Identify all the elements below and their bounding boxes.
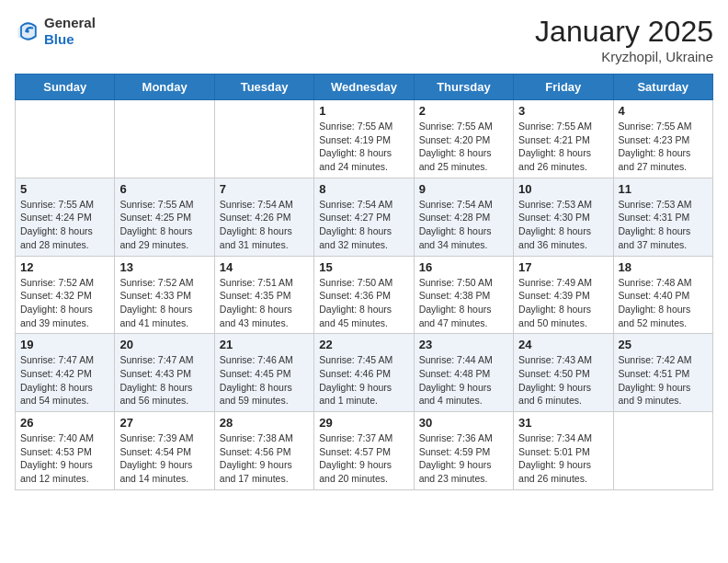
day-number: 10 bbox=[518, 182, 608, 196]
day-number: 20 bbox=[119, 338, 209, 351]
day-number: 11 bbox=[619, 182, 708, 196]
calendar-cell: 12Sunrise: 7:52 AM Sunset: 4:32 PM Dayli… bbox=[16, 256, 115, 334]
day-info: Sunrise: 7:45 AM Sunset: 4:46 PM Dayligh… bbox=[319, 353, 408, 408]
calendar-cell bbox=[613, 412, 712, 490]
svg-point-1 bbox=[26, 29, 29, 33]
calendar-cell: 29Sunrise: 7:37 AM Sunset: 4:57 PM Dayli… bbox=[314, 412, 414, 490]
day-info: Sunrise: 7:44 AM Sunset: 4:48 PM Dayligh… bbox=[419, 353, 508, 408]
day-number: 26 bbox=[20, 416, 109, 430]
calendar-cell: 15Sunrise: 7:50 AM Sunset: 4:36 PM Dayli… bbox=[314, 256, 414, 334]
day-info: Sunrise: 7:40 AM Sunset: 4:53 PM Dayligh… bbox=[20, 431, 109, 486]
day-info: Sunrise: 7:54 AM Sunset: 4:28 PM Dayligh… bbox=[419, 198, 508, 252]
day-info: Sunrise: 7:55 AM Sunset: 4:23 PM Dayligh… bbox=[619, 120, 708, 174]
month-title: January 2025 bbox=[535, 15, 713, 49]
day-number: 28 bbox=[220, 416, 309, 430]
calendar-cell: 25Sunrise: 7:42 AM Sunset: 4:51 PM Dayli… bbox=[613, 334, 712, 412]
day-number: 30 bbox=[419, 416, 508, 430]
day-info: Sunrise: 7:39 AM Sunset: 4:54 PM Dayligh… bbox=[119, 431, 209, 486]
calendar-cell bbox=[214, 100, 313, 178]
day-number: 6 bbox=[119, 182, 209, 196]
day-number: 18 bbox=[619, 260, 708, 274]
day-info: Sunrise: 7:53 AM Sunset: 4:31 PM Dayligh… bbox=[619, 198, 708, 252]
day-number: 1 bbox=[319, 104, 408, 118]
calendar-cell: 28Sunrise: 7:38 AM Sunset: 4:56 PM Dayli… bbox=[214, 412, 313, 490]
weekday-header: Tuesday bbox=[214, 75, 313, 100]
calendar-cell: 11Sunrise: 7:53 AM Sunset: 4:31 PM Dayli… bbox=[613, 178, 712, 256]
calendar-cell: 22Sunrise: 7:45 AM Sunset: 4:46 PM Dayli… bbox=[314, 334, 414, 412]
day-info: Sunrise: 7:46 AM Sunset: 4:45 PM Dayligh… bbox=[220, 353, 309, 408]
day-info: Sunrise: 7:54 AM Sunset: 4:27 PM Dayligh… bbox=[319, 198, 408, 252]
day-number: 22 bbox=[319, 338, 408, 351]
day-info: Sunrise: 7:50 AM Sunset: 4:36 PM Dayligh… bbox=[319, 276, 408, 330]
weekday-header: Sunday bbox=[16, 75, 115, 100]
day-info: Sunrise: 7:55 AM Sunset: 4:25 PM Dayligh… bbox=[119, 198, 209, 252]
calendar-cell: 23Sunrise: 7:44 AM Sunset: 4:48 PM Dayli… bbox=[414, 334, 513, 412]
calendar-week-row: 19Sunrise: 7:47 AM Sunset: 4:42 PM Dayli… bbox=[16, 334, 713, 412]
weekday-header: Wednesday bbox=[314, 75, 414, 100]
day-number: 21 bbox=[220, 338, 309, 351]
day-number: 12 bbox=[20, 260, 109, 274]
weekday-header-row: SundayMondayTuesdayWednesdayThursdayFrid… bbox=[16, 75, 713, 100]
day-info: Sunrise: 7:49 AM Sunset: 4:39 PM Dayligh… bbox=[518, 276, 608, 330]
day-info: Sunrise: 7:37 AM Sunset: 4:57 PM Dayligh… bbox=[319, 431, 408, 486]
day-number: 19 bbox=[20, 338, 109, 351]
day-info: Sunrise: 7:53 AM Sunset: 4:30 PM Dayligh… bbox=[518, 198, 608, 252]
day-number: 3 bbox=[518, 104, 608, 118]
day-info: Sunrise: 7:54 AM Sunset: 4:26 PM Dayligh… bbox=[220, 198, 309, 252]
day-number: 15 bbox=[319, 260, 408, 274]
day-info: Sunrise: 7:55 AM Sunset: 4:20 PM Dayligh… bbox=[419, 120, 508, 174]
calendar-cell: 5Sunrise: 7:55 AM Sunset: 4:24 PM Daylig… bbox=[16, 178, 115, 256]
calendar-cell: 17Sunrise: 7:49 AM Sunset: 4:39 PM Dayli… bbox=[514, 256, 613, 334]
logo: General Blue bbox=[15, 15, 96, 48]
calendar-cell: 24Sunrise: 7:43 AM Sunset: 4:50 PM Dayli… bbox=[514, 334, 613, 412]
calendar-cell bbox=[16, 100, 115, 178]
weekday-header: Monday bbox=[115, 75, 214, 100]
calendar-cell: 27Sunrise: 7:39 AM Sunset: 4:54 PM Dayli… bbox=[115, 412, 214, 490]
day-number: 27 bbox=[119, 416, 209, 430]
calendar-cell: 16Sunrise: 7:50 AM Sunset: 4:38 PM Dayli… bbox=[414, 256, 513, 334]
calendar-table: SundayMondayTuesdayWednesdayThursdayFrid… bbox=[15, 74, 713, 490]
calendar-cell: 9Sunrise: 7:54 AM Sunset: 4:28 PM Daylig… bbox=[414, 178, 513, 256]
day-info: Sunrise: 7:52 AM Sunset: 4:32 PM Dayligh… bbox=[20, 276, 109, 330]
calendar-cell: 20Sunrise: 7:47 AM Sunset: 4:43 PM Dayli… bbox=[115, 334, 214, 412]
location-subtitle: Kryzhopil, Ukraine bbox=[535, 49, 713, 64]
calendar-cell: 7Sunrise: 7:54 AM Sunset: 4:26 PM Daylig… bbox=[214, 178, 313, 256]
page-header: General Blue January 2025 Kryzhopil, Ukr… bbox=[15, 15, 713, 64]
day-info: Sunrise: 7:55 AM Sunset: 4:24 PM Dayligh… bbox=[20, 198, 109, 252]
day-info: Sunrise: 7:38 AM Sunset: 4:56 PM Dayligh… bbox=[220, 431, 309, 486]
weekday-header: Thursday bbox=[414, 75, 513, 100]
day-info: Sunrise: 7:47 AM Sunset: 4:43 PM Dayligh… bbox=[119, 353, 209, 408]
day-number: 23 bbox=[419, 338, 508, 351]
logo-general-text: General bbox=[44, 15, 96, 31]
day-info: Sunrise: 7:47 AM Sunset: 4:42 PM Dayligh… bbox=[20, 353, 109, 408]
day-number: 9 bbox=[419, 182, 508, 196]
calendar-cell: 19Sunrise: 7:47 AM Sunset: 4:42 PM Dayli… bbox=[16, 334, 115, 412]
day-info: Sunrise: 7:36 AM Sunset: 4:59 PM Dayligh… bbox=[419, 431, 508, 486]
day-info: Sunrise: 7:43 AM Sunset: 4:50 PM Dayligh… bbox=[518, 353, 608, 408]
day-info: Sunrise: 7:50 AM Sunset: 4:38 PM Dayligh… bbox=[419, 276, 508, 330]
calendar-cell: 18Sunrise: 7:48 AM Sunset: 4:40 PM Dayli… bbox=[613, 256, 712, 334]
day-info: Sunrise: 7:51 AM Sunset: 4:35 PM Dayligh… bbox=[220, 276, 309, 330]
calendar-week-row: 1Sunrise: 7:55 AM Sunset: 4:19 PM Daylig… bbox=[16, 100, 713, 178]
day-info: Sunrise: 7:34 AM Sunset: 5:01 PM Dayligh… bbox=[518, 431, 608, 486]
day-info: Sunrise: 7:55 AM Sunset: 4:21 PM Dayligh… bbox=[518, 120, 608, 174]
calendar-cell: 1Sunrise: 7:55 AM Sunset: 4:19 PM Daylig… bbox=[314, 100, 414, 178]
day-number: 31 bbox=[518, 416, 608, 430]
day-number: 25 bbox=[619, 338, 708, 351]
logo-icon bbox=[15, 18, 40, 44]
title-block: January 2025 Kryzhopil, Ukraine bbox=[535, 15, 713, 64]
calendar-week-row: 26Sunrise: 7:40 AM Sunset: 4:53 PM Dayli… bbox=[16, 412, 713, 490]
day-number: 4 bbox=[619, 104, 708, 118]
day-info: Sunrise: 7:48 AM Sunset: 4:40 PM Dayligh… bbox=[619, 276, 708, 330]
day-number: 7 bbox=[220, 182, 309, 196]
day-info: Sunrise: 7:42 AM Sunset: 4:51 PM Dayligh… bbox=[619, 353, 708, 408]
day-number: 13 bbox=[119, 260, 209, 274]
calendar-cell: 8Sunrise: 7:54 AM Sunset: 4:27 PM Daylig… bbox=[314, 178, 414, 256]
day-number: 16 bbox=[419, 260, 508, 274]
weekday-header: Friday bbox=[514, 75, 613, 100]
calendar-week-row: 5Sunrise: 7:55 AM Sunset: 4:24 PM Daylig… bbox=[16, 178, 713, 256]
day-number: 14 bbox=[220, 260, 309, 274]
calendar-cell bbox=[115, 100, 214, 178]
calendar-cell: 2Sunrise: 7:55 AM Sunset: 4:20 PM Daylig… bbox=[414, 100, 513, 178]
calendar-cell: 31Sunrise: 7:34 AM Sunset: 5:01 PM Dayli… bbox=[514, 412, 613, 490]
